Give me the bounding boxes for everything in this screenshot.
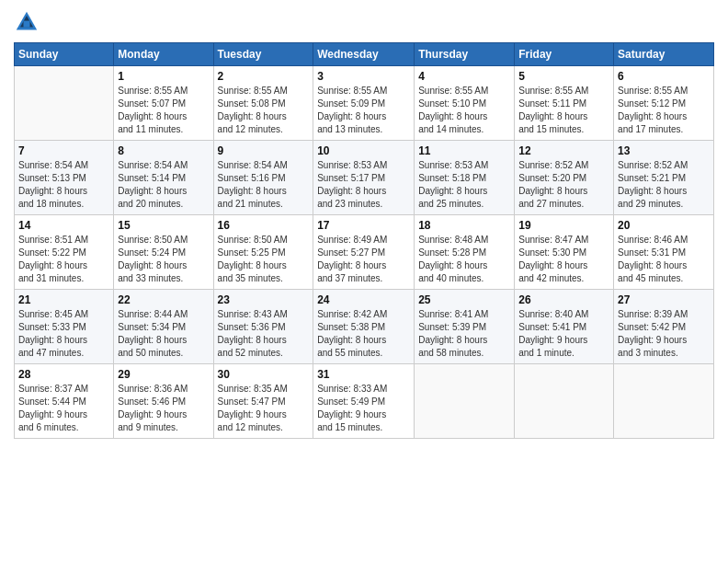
day-detail-line: Daylight: 9 hours: [118, 408, 209, 421]
day-number: 18: [418, 219, 510, 232]
day-detail-line: Sunrise: 8:42 AM: [317, 308, 410, 321]
day-detail-line: and 52 minutes.: [218, 347, 310, 360]
weekday-saturday: Saturday: [614, 43, 714, 66]
calendar-cell: 16Sunrise: 8:50 AMSunset: 5:25 PMDayligh…: [213, 215, 313, 290]
day-number: 12: [518, 144, 609, 157]
calendar-cell: 14Sunrise: 8:51 AMSunset: 5:22 PMDayligh…: [15, 215, 114, 290]
day-detail-line: and 13 minutes.: [317, 123, 410, 136]
day-detail-line: Daylight: 9 hours: [618, 334, 710, 347]
day-detail-line: Sunrise: 8:37 AM: [18, 383, 109, 396]
week-row-1: 1Sunrise: 8:55 AMSunset: 5:07 PMDaylight…: [15, 66, 714, 141]
day-detail-line: and 21 minutes.: [218, 198, 310, 211]
week-row-2: 7Sunrise: 8:54 AMSunset: 5:13 PMDaylight…: [15, 141, 714, 215]
day-detail-line: Sunset: 5:16 PM: [218, 172, 310, 185]
weekday-wednesday: Wednesday: [313, 43, 415, 66]
weekday-monday: Monday: [114, 43, 213, 66]
logo: [14, 9, 41, 35]
day-detail-line: Sunrise: 8:55 AM: [618, 85, 710, 98]
day-number: 31: [317, 368, 410, 381]
day-detail-line: Sunset: 5:41 PM: [518, 321, 609, 334]
calendar-cell: 27Sunrise: 8:39 AMSunset: 5:42 PMDayligh…: [614, 290, 714, 364]
day-detail-line: and 14 minutes.: [418, 123, 510, 136]
calendar-cell: 7Sunrise: 8:54 AMSunset: 5:13 PMDaylight…: [15, 141, 114, 215]
day-detail: Sunrise: 8:55 AMSunset: 5:11 PMDaylight:…: [518, 85, 609, 136]
day-detail: Sunrise: 8:35 AMSunset: 5:47 PMDaylight:…: [218, 383, 310, 434]
calendar-cell: 2Sunrise: 8:55 AMSunset: 5:08 PMDaylight…: [213, 66, 313, 141]
day-detail: Sunrise: 8:52 AMSunset: 5:20 PMDaylight:…: [518, 159, 609, 211]
calendar-cell: 23Sunrise: 8:43 AMSunset: 5:36 PMDayligh…: [213, 290, 313, 364]
day-number: 2: [218, 70, 310, 83]
day-detail-line: Sunrise: 8:55 AM: [317, 85, 410, 98]
day-number: 13: [618, 144, 710, 157]
day-detail-line: Sunset: 5:47 PM: [218, 396, 310, 408]
day-detail-line: Sunrise: 8:45 AM: [18, 308, 109, 321]
day-detail-line: Sunset: 5:22 PM: [18, 247, 109, 259]
day-detail-line: Sunset: 5:36 PM: [218, 321, 310, 334]
day-detail: Sunrise: 8:36 AMSunset: 5:46 PMDaylight:…: [118, 383, 209, 434]
calendar-table: SundayMondayTuesdayWednesdayThursdayFrid…: [14, 42, 714, 439]
day-detail-line: and 18 minutes.: [18, 198, 109, 211]
weekday-thursday: Thursday: [415, 43, 515, 66]
day-detail: Sunrise: 8:45 AMSunset: 5:33 PMDaylight:…: [18, 308, 109, 360]
day-detail-line: Daylight: 8 hours: [18, 334, 109, 347]
day-detail-line: Daylight: 8 hours: [418, 259, 510, 272]
day-detail-line: Daylight: 8 hours: [518, 185, 609, 198]
day-detail-line: and 17 minutes.: [618, 123, 710, 136]
day-detail-line: and 1 minute.: [518, 347, 609, 360]
day-detail-line: and 6 minutes.: [18, 421, 109, 434]
day-detail-line: Sunset: 5:09 PM: [317, 98, 410, 110]
day-detail-line: Sunset: 5:24 PM: [118, 247, 209, 259]
day-detail-line: Sunset: 5:27 PM: [317, 247, 410, 259]
day-detail-line: Daylight: 8 hours: [518, 259, 609, 272]
day-detail-line: Daylight: 8 hours: [418, 110, 510, 123]
calendar-cell: 19Sunrise: 8:47 AMSunset: 5:30 PMDayligh…: [515, 215, 614, 290]
calendar-cell: 8Sunrise: 8:54 AMSunset: 5:14 PMDaylight…: [114, 141, 213, 215]
day-detail: Sunrise: 8:44 AMSunset: 5:34 PMDaylight:…: [118, 308, 209, 360]
day-detail-line: Sunset: 5:42 PM: [618, 321, 710, 334]
day-detail-line: Sunrise: 8:48 AM: [418, 234, 510, 247]
day-number: 6: [618, 70, 710, 83]
day-detail-line: Sunrise: 8:55 AM: [218, 85, 310, 98]
day-detail-line: Sunrise: 8:46 AM: [618, 234, 710, 247]
calendar-cell: 11Sunrise: 8:53 AMSunset: 5:18 PMDayligh…: [415, 141, 515, 215]
day-detail: Sunrise: 8:41 AMSunset: 5:39 PMDaylight:…: [418, 308, 510, 360]
day-detail-line: Sunrise: 8:52 AM: [518, 159, 609, 172]
day-number: 19: [518, 219, 609, 232]
day-number: 21: [18, 293, 109, 306]
day-detail: Sunrise: 8:53 AMSunset: 5:17 PMDaylight:…: [317, 159, 410, 211]
day-detail-line: Daylight: 8 hours: [118, 110, 209, 123]
day-detail-line: and 40 minutes.: [418, 272, 510, 285]
day-detail-line: Sunset: 5:07 PM: [118, 98, 209, 110]
day-detail: Sunrise: 8:55 AMSunset: 5:08 PMDaylight:…: [218, 85, 310, 136]
day-detail-line: Sunrise: 8:47 AM: [518, 234, 609, 247]
day-detail-line: Sunset: 5:25 PM: [218, 247, 310, 259]
calendar-cell: 28Sunrise: 8:37 AMSunset: 5:44 PMDayligh…: [15, 364, 114, 439]
day-detail-line: and 20 minutes.: [118, 198, 209, 211]
day-detail-line: Sunset: 5:13 PM: [18, 172, 109, 185]
day-number: 26: [518, 293, 609, 306]
day-detail-line: and 12 minutes.: [218, 421, 310, 434]
calendar-cell: 3Sunrise: 8:55 AMSunset: 5:09 PMDaylight…: [313, 66, 415, 141]
calendar-cell: 25Sunrise: 8:41 AMSunset: 5:39 PMDayligh…: [415, 290, 515, 364]
day-number: 22: [118, 293, 209, 306]
day-number: 11: [418, 144, 510, 157]
day-number: 27: [618, 293, 710, 306]
day-detail-line: and 45 minutes.: [618, 272, 710, 285]
day-detail-line: and 58 minutes.: [418, 347, 510, 360]
calendar-cell: [415, 364, 515, 439]
day-detail-line: Sunset: 5:21 PM: [618, 172, 710, 185]
day-detail-line: and 9 minutes.: [118, 421, 209, 434]
day-detail-line: Sunset: 5:34 PM: [118, 321, 209, 334]
day-number: 28: [18, 368, 109, 381]
day-detail: Sunrise: 8:43 AMSunset: 5:36 PMDaylight:…: [218, 308, 310, 360]
weekday-header-row: SundayMondayTuesdayWednesdayThursdayFrid…: [15, 43, 714, 66]
weekday-tuesday: Tuesday: [213, 43, 313, 66]
day-detail: Sunrise: 8:52 AMSunset: 5:21 PMDaylight:…: [618, 159, 710, 211]
day-detail-line: Sunrise: 8:54 AM: [218, 159, 310, 172]
day-detail-line: and 11 minutes.: [118, 123, 209, 136]
calendar-cell: 26Sunrise: 8:40 AMSunset: 5:41 PMDayligh…: [515, 290, 614, 364]
day-detail: Sunrise: 8:54 AMSunset: 5:16 PMDaylight:…: [218, 159, 310, 211]
day-detail-line: Sunrise: 8:44 AM: [118, 308, 209, 321]
calendar-cell: 31Sunrise: 8:33 AMSunset: 5:49 PMDayligh…: [313, 364, 415, 439]
day-detail-line: and 50 minutes.: [118, 347, 209, 360]
